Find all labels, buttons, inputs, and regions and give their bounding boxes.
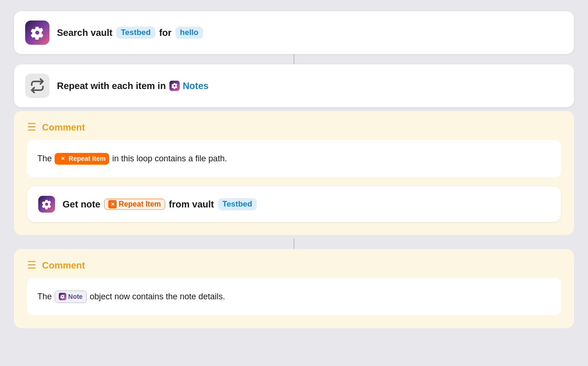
get-note-card[interactable]: Get note ✕ Repeat Item from vault Testbe… <box>27 186 561 222</box>
get-note-text: Get note ✕ Repeat Item from vault Testbe… <box>63 198 257 210</box>
repeat-each-text: Repeat with each item in Notes <box>57 81 209 91</box>
testbed-badge-1[interactable]: Testbed <box>116 27 155 39</box>
connector-1 <box>294 54 294 64</box>
connector-2 <box>294 239 294 249</box>
x-icon-1: ✕ <box>58 154 67 163</box>
search-vault-prefix: Search vault <box>57 28 112 38</box>
repeat-each-card[interactable]: Repeat with each item in Notes <box>14 64 574 107</box>
comment-1-after: in this loop contains a file path. <box>112 152 227 165</box>
notes-badge[interactable]: Notes <box>169 81 209 91</box>
comment-lines-icon: ☰ <box>27 121 36 133</box>
x-icon-2: ✕ <box>108 200 117 208</box>
comment-lines-icon-2: ☰ <box>27 259 36 271</box>
comment-2-header: ☰ Comment <box>27 259 561 271</box>
comment-1-block: ☰ Comment The ✕ Repeat Item in this loop… <box>27 121 561 177</box>
repeat-each-prefix: Repeat with each item in <box>57 81 166 91</box>
comment-1-label: Comment <box>42 122 85 133</box>
search-vault-card[interactable]: Search vault Testbed for hello <box>14 11 574 54</box>
get-note-middle: from vault <box>169 199 214 210</box>
comment-2-block: ☰ Comment The Note object now contains t… <box>14 249 574 328</box>
comment-2-before: The <box>37 290 52 303</box>
repeat-app-icon <box>25 74 49 98</box>
comment-1-before: The <box>37 152 52 165</box>
comment-2-label: Comment <box>42 260 85 271</box>
testbed-badge-step3[interactable]: Testbed <box>218 198 257 210</box>
repeat-item-badge-comment1[interactable]: ✕ Repeat Item <box>55 153 109 165</box>
comment-2-after: object now contains the note details. <box>90 290 225 303</box>
comment-1-body: The ✕ Repeat Item in this loop contains … <box>27 140 561 177</box>
comment-1-header: ☰ Comment <box>27 121 561 133</box>
repeat-item-badge-step3[interactable]: ✕ Repeat Item <box>104 199 165 210</box>
search-vault-text: Search vault Testbed for hello <box>57 27 203 39</box>
comment-2-body: The Note object now contains the note de… <box>27 278 561 315</box>
notes-gear-icon <box>169 81 180 91</box>
workflow-container: Search vault Testbed for hello Repeat wi… <box>9 11 579 328</box>
hello-badge[interactable]: hello <box>175 27 203 39</box>
search-vault-for: for <box>159 28 172 38</box>
loop-container: ☰ Comment The ✕ Repeat Item in this loop… <box>14 111 574 235</box>
gear-app-icon <box>25 21 49 45</box>
note-badge-comment2[interactable]: Note <box>55 290 87 303</box>
get-note-gear-icon <box>38 196 55 213</box>
get-note-prefix: Get note <box>63 199 100 210</box>
note-gear-icon-mini <box>59 293 66 300</box>
